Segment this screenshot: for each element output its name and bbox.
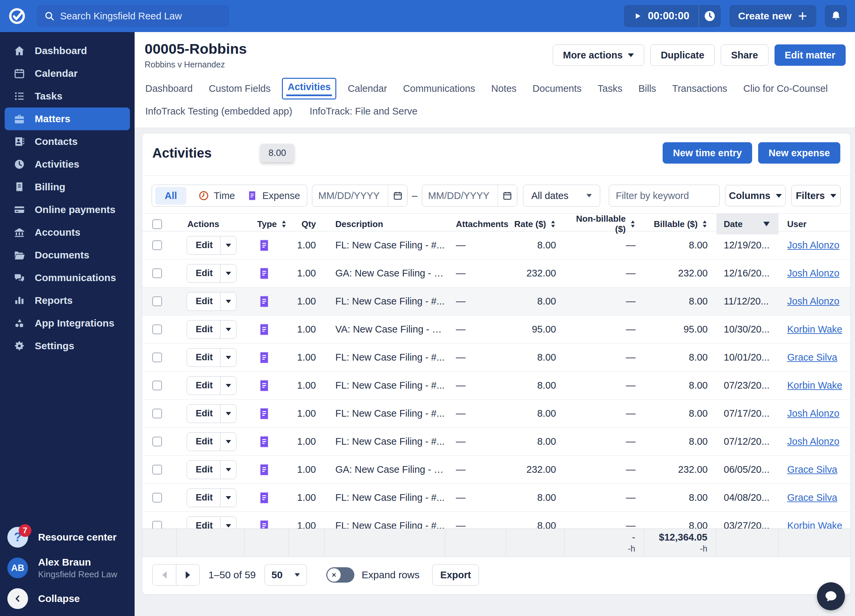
- user-link[interactable]: Korbin Wake: [787, 520, 842, 529]
- user-link[interactable]: Korbin Wake: [787, 324, 842, 335]
- col-header-date[interactable]: Date: [716, 214, 778, 234]
- sidebar-item-calendar[interactable]: Calendar: [5, 62, 130, 85]
- col-header-type[interactable]: Type: [245, 214, 289, 234]
- edit-dropdown-button[interactable]: [220, 377, 236, 394]
- new-expense-button[interactable]: New expense: [758, 142, 840, 164]
- user-link[interactable]: Korbin Wake: [787, 380, 842, 391]
- row-checkbox[interactable]: [152, 493, 162, 503]
- sidebar-item-documents[interactable]: Documents: [5, 244, 130, 266]
- row-checkbox[interactable]: [152, 521, 162, 529]
- edit-button[interactable]: Edit: [187, 320, 236, 339]
- sidebar-item-matters[interactable]: Matters: [5, 107, 130, 130]
- sidebar-item-app-integrations[interactable]: App Integrations: [5, 312, 130, 335]
- tab-documents[interactable]: Documents: [532, 81, 582, 97]
- columns-button[interactable]: Columns: [725, 185, 786, 206]
- edit-dropdown-button[interactable]: [220, 461, 236, 479]
- sidebar-item-billing[interactable]: Billing: [5, 176, 130, 198]
- tab-infotrack-testing-embedded-app-[interactable]: InfoTrack Testing (embedded app): [145, 103, 293, 119]
- edit-button[interactable]: Edit: [187, 348, 236, 367]
- tab-custom-fields[interactable]: Custom Fields: [208, 81, 271, 97]
- row-checkbox[interactable]: [152, 437, 162, 446]
- row-checkbox[interactable]: [152, 268, 162, 278]
- date-to-calendar-button[interactable]: [498, 185, 517, 206]
- tab-dashboard[interactable]: Dashboard: [145, 81, 193, 97]
- edit-dropdown-button[interactable]: [220, 264, 236, 283]
- select-all-checkbox[interactable]: [152, 219, 162, 229]
- row-checkbox[interactable]: [152, 240, 162, 250]
- tab-tasks[interactable]: Tasks: [597, 81, 623, 97]
- filter-time-tab[interactable]: Time: [198, 190, 235, 201]
- row-checkbox[interactable]: [152, 409, 162, 418]
- new-time-entry-button[interactable]: New time entry: [663, 142, 752, 164]
- date-from-calendar-button[interactable]: [388, 185, 407, 206]
- edit-dropdown-button[interactable]: [220, 292, 236, 310]
- tab-clio-for-co-counsel[interactable]: Clio for Co-Counsel: [743, 81, 829, 97]
- share-button[interactable]: Share: [721, 44, 769, 66]
- edit-button[interactable]: Edit: [187, 292, 236, 311]
- tab-communications[interactable]: Communications: [403, 81, 476, 97]
- export-button[interactable]: Export: [432, 564, 479, 585]
- notifications-button[interactable]: [825, 5, 847, 27]
- sidebar-item-communications[interactable]: Communications: [5, 266, 130, 289]
- sidebar-item-reports[interactable]: Reports: [5, 289, 130, 312]
- edit-dropdown-button[interactable]: [220, 405, 236, 423]
- user-link[interactable]: Josh Alonzo: [787, 240, 839, 251]
- user-link[interactable]: Grace Silva: [787, 464, 837, 475]
- col-header-billable[interactable]: Billable ($): [644, 214, 716, 234]
- edit-dropdown-button[interactable]: [220, 321, 236, 339]
- sidebar-item-accounts[interactable]: Accounts: [5, 221, 130, 244]
- edit-dropdown-button[interactable]: [220, 236, 236, 254]
- edit-button[interactable]: Edit: [187, 433, 236, 451]
- tab-transactions[interactable]: Transactions: [672, 81, 728, 97]
- edit-button[interactable]: Edit: [187, 460, 236, 479]
- edit-button[interactable]: Edit: [187, 264, 236, 283]
- keyword-filter-input[interactable]: [609, 185, 720, 207]
- row-checkbox[interactable]: [152, 353, 162, 362]
- sidebar-item-settings[interactable]: Settings: [5, 335, 130, 357]
- collapse-sidebar-button[interactable]: Collapse: [0, 583, 135, 614]
- sidebar-item-dashboard[interactable]: Dashboard: [5, 40, 130, 62]
- user-link[interactable]: Josh Alonzo: [787, 268, 839, 279]
- edit-dropdown-button[interactable]: [220, 349, 236, 367]
- user-link[interactable]: Josh Alonzo: [787, 436, 839, 447]
- date-from-input[interactable]: [312, 190, 388, 201]
- date-to-input[interactable]: [422, 190, 498, 201]
- row-checkbox[interactable]: [152, 465, 162, 474]
- row-checkbox[interactable]: [152, 297, 162, 306]
- row-checkbox[interactable]: [152, 381, 162, 390]
- edit-matter-button[interactable]: Edit matter: [774, 44, 846, 66]
- tab-infotrack-file-and-serve[interactable]: InfoTrack: File and Serve: [309, 103, 418, 119]
- tab-calendar[interactable]: Calendar: [347, 81, 388, 97]
- sidebar-item-contacts[interactable]: Contacts: [5, 130, 130, 153]
- next-page-button[interactable]: [176, 565, 199, 585]
- filter-all-tab[interactable]: All: [155, 187, 186, 205]
- edit-button[interactable]: Edit: [187, 488, 236, 507]
- sidebar-item-activities[interactable]: Activities: [5, 153, 130, 176]
- tab-notes[interactable]: Notes: [490, 81, 517, 97]
- search-input[interactable]: [60, 11, 222, 22]
- more-actions-button[interactable]: More actions: [553, 44, 645, 66]
- edit-button[interactable]: Edit: [187, 517, 236, 529]
- create-new-button[interactable]: Create new: [729, 5, 816, 27]
- edit-dropdown-button[interactable]: [220, 517, 236, 529]
- expand-rows-toggle[interactable]: [326, 567, 354, 582]
- sidebar-item-online-payments[interactable]: Online payments: [5, 198, 130, 221]
- previous-page-button[interactable]: [153, 565, 176, 585]
- user-link[interactable]: Josh Alonzo: [787, 296, 839, 307]
- edit-dropdown-button[interactable]: [220, 433, 236, 451]
- filters-button[interactable]: Filters: [791, 185, 841, 206]
- tab-activities[interactable]: Activities: [282, 78, 336, 99]
- duplicate-button[interactable]: Duplicate: [650, 44, 715, 66]
- edit-dropdown-button[interactable]: [220, 489, 236, 507]
- tab-bills[interactable]: Bills: [637, 81, 657, 97]
- user-link[interactable]: Grace Silva: [787, 352, 837, 363]
- user-link[interactable]: Josh Alonzo: [787, 408, 839, 419]
- date-preset-select[interactable]: All dates: [523, 185, 600, 207]
- col-header-rate[interactable]: Rate ($): [506, 214, 565, 234]
- page-size-select[interactable]: 50: [265, 564, 307, 585]
- edit-button[interactable]: Edit: [187, 376, 236, 395]
- timer-clock-button[interactable]: [699, 5, 721, 27]
- chat-bubble-button[interactable]: [817, 582, 845, 610]
- global-search[interactable]: [37, 5, 229, 27]
- edit-button[interactable]: Edit: [187, 404, 236, 423]
